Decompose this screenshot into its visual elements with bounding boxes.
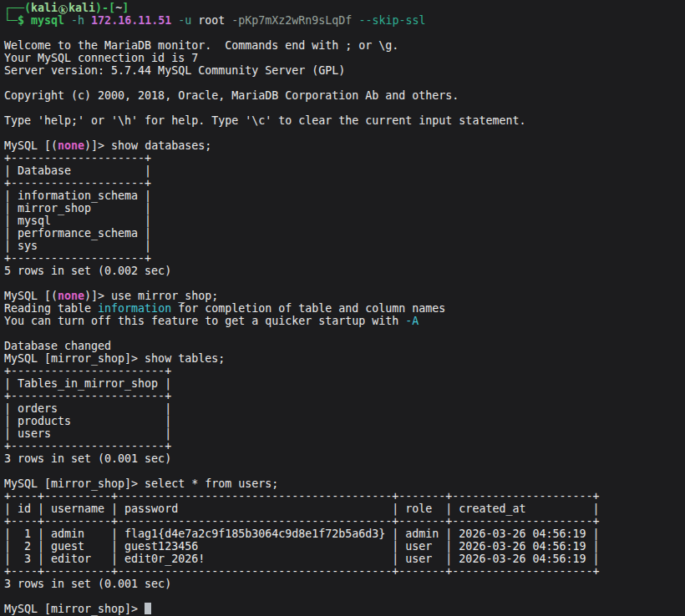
terminal-line: MySQL [(none)]> use mirror_shop; <box>4 290 685 302</box>
terminal-text: 5 rows in set (0.002 sec) <box>4 265 171 277</box>
terminal-text: -A <box>405 315 419 327</box>
terminal-text: +----+----------+-----------------------… <box>4 490 599 502</box>
terminal-line: +----+----------+-----------------------… <box>4 565 685 578</box>
terminal-text: +----+----------+-----------------------… <box>4 565 599 578</box>
terminal-text: | 2 | guest | guest123456 | user | 2026-… <box>4 540 599 553</box>
terminal-line: Welcome to the MariaDB monitor. Commands… <box>4 39 685 52</box>
terminal-line: 3 rows in set (0.001 sec) <box>4 578 685 590</box>
terminal-line <box>4 27 685 39</box>
terminal-text: ] <box>122 2 129 14</box>
terminal-text <box>84 14 91 27</box>
terminal-text: | mirror_shop | <box>4 202 151 215</box>
terminal-text: none <box>58 290 84 302</box>
terminal-line: MySQL [mirror_shop]> <box>4 603 685 615</box>
terminal-line: MySQL [mirror_shop]> show tables; <box>4 352 685 365</box>
terminal-line: | users | <box>4 427 685 440</box>
terminal-text: )]> show databases; <box>84 139 211 152</box>
terminal-text: +-----------------------+ <box>4 365 171 377</box>
terminal-text: | Database | <box>4 164 151 177</box>
terminal-text: | products | <box>4 415 171 427</box>
terminal-text: -u <box>178 14 191 27</box>
terminal-line: | 2 | guest | guest123456 | user | 2026-… <box>4 540 685 553</box>
terminal-line <box>4 277 685 290</box>
terminal-line: Copyright (c) 2000, 2018, Oracle, MariaD… <box>4 89 685 102</box>
terminal-line <box>4 102 685 114</box>
terminal-line: Type 'help;' or '\h' for help. Type '\c'… <box>4 114 685 127</box>
terminal-text: 3 rows in set (0.001 sec) <box>4 452 171 465</box>
terminal-text: +--------------------+ <box>4 252 151 265</box>
terminal-line: 5 rows in set (0.002 sec) <box>4 265 685 277</box>
terminal-text: | 3 | editor | edit0r_2026! | user | 202… <box>4 553 599 565</box>
terminal-text: --skip-ssl <box>358 14 425 27</box>
terminal-text <box>64 14 71 27</box>
terminal-cursor <box>145 603 151 614</box>
terminal-text: | id | username | password | role | crea… <box>4 502 599 515</box>
terminal-text: root <box>198 14 225 27</box>
terminal-text: +-----------------------+ <box>4 440 171 452</box>
terminal-line: Server version: 5.7.44 MySQL Community S… <box>4 64 685 77</box>
terminal-text: kali <box>68 2 95 14</box>
terminal-line: +-----------------------+ <box>4 440 685 452</box>
terminal-text: Copyright (c) 2000, 2018, Oracle, MariaD… <box>4 89 459 102</box>
terminal-line: +--------------------+ <box>4 177 685 189</box>
terminal-line: You can turn off this feature to get a q… <box>4 315 685 327</box>
terminal-text: MySQL [mirror_shop]> <box>4 603 145 615</box>
terminal-text: | performance_schema | <box>4 227 151 240</box>
terminal-text: Your MySQL connection id is 7 <box>4 52 198 64</box>
terminal-text: Welcome to the MariaDB monitor. Commands… <box>4 39 398 52</box>
terminal-line: +-----------------------+ <box>4 365 685 377</box>
terminal-line: ┌──(kalikkali)-[~] <box>4 2 685 14</box>
terminal-text: ~ <box>115 2 122 14</box>
terminal-text: +--------------------+ <box>4 177 151 189</box>
kali-symbol-icon: k <box>58 5 68 14</box>
terminal-text: 172.16.11.51 <box>91 14 171 27</box>
terminal-line: +-----------------------+ <box>4 390 685 402</box>
terminal-text: | sys | <box>4 240 151 252</box>
terminal-text: MySQL [( <box>4 139 58 152</box>
terminal-text: -pKp7mXz2wRn9sLqDf <box>231 14 352 27</box>
terminal-line: | Database | <box>4 164 685 177</box>
terminal-text: MySQL [( <box>4 290 58 302</box>
terminal-line: +----+----------+-----------------------… <box>4 490 685 502</box>
terminal-text: | information_schema | <box>4 189 151 202</box>
terminal-text: mysql <box>31 14 64 27</box>
terminal-text: Server version: 5.7.44 MySQL Community S… <box>4 64 345 77</box>
terminal-text: Type 'help;' or '\h' for help. Type '\c'… <box>4 114 525 127</box>
terminal-line: Your MySQL connection id is 7 <box>4 52 685 64</box>
terminal-line: | information_schema | <box>4 189 685 202</box>
terminal-text: | 1 | admin | flag1{d4e7a2c9f185b3064c9d… <box>4 528 599 540</box>
terminal-line: +----+----------+-----------------------… <box>4 515 685 528</box>
terminal-text: )]> use mirror_shop; <box>84 290 218 302</box>
terminal-line: MySQL [(none)]> show databases; <box>4 139 685 152</box>
terminal-text: Database changed <box>4 340 111 352</box>
terminal-screen[interactable]: ┌──(kalikkali)-[~]└─$ mysql -h 172.16.11… <box>0 0 685 616</box>
terminal-line: Database changed <box>4 340 685 352</box>
terminal-line <box>4 77 685 89</box>
terminal-line: | 3 | editor | edit0r_2026! | user | 202… <box>4 553 685 565</box>
terminal-line: MySQL [mirror_shop]> select * from users… <box>4 477 685 490</box>
terminal-text: MySQL [mirror_shop]> show tables; <box>4 352 225 365</box>
terminal-line: | id | username | password | role | crea… <box>4 502 685 515</box>
terminal-text: You can turn off this feature to get a q… <box>4 315 405 327</box>
terminal-text: | users | <box>4 427 171 440</box>
terminal-line: | mysql | <box>4 215 685 227</box>
terminal-text: | mysql | <box>4 215 151 227</box>
terminal-text: +----+----------+-----------------------… <box>4 515 599 528</box>
terminal-text: +--------------------+ <box>4 152 151 164</box>
terminal-text: Reading table <box>4 302 98 315</box>
terminal-line: | Tables_in_mirror_shop | <box>4 377 685 390</box>
terminal-line: | products | <box>4 415 685 427</box>
terminal-text: └─$ <box>4 14 31 27</box>
terminal-text <box>171 14 178 27</box>
terminal-line: +--------------------+ <box>4 152 685 164</box>
terminal-line: | performance_schema | <box>4 227 685 240</box>
terminal-text: none <box>58 139 84 152</box>
terminal-text: )-[ <box>95 2 115 14</box>
terminal-text: information <box>98 302 171 315</box>
terminal-line: | mirror_shop | <box>4 202 685 215</box>
terminal-text: MySQL [mirror_shop]> select * from users… <box>4 477 278 490</box>
terminal-text: | orders | <box>4 402 171 415</box>
terminal-line <box>4 465 685 477</box>
terminal-text: | Tables_in_mirror_shop | <box>4 377 171 390</box>
terminal-line: +--------------------+ <box>4 252 685 265</box>
